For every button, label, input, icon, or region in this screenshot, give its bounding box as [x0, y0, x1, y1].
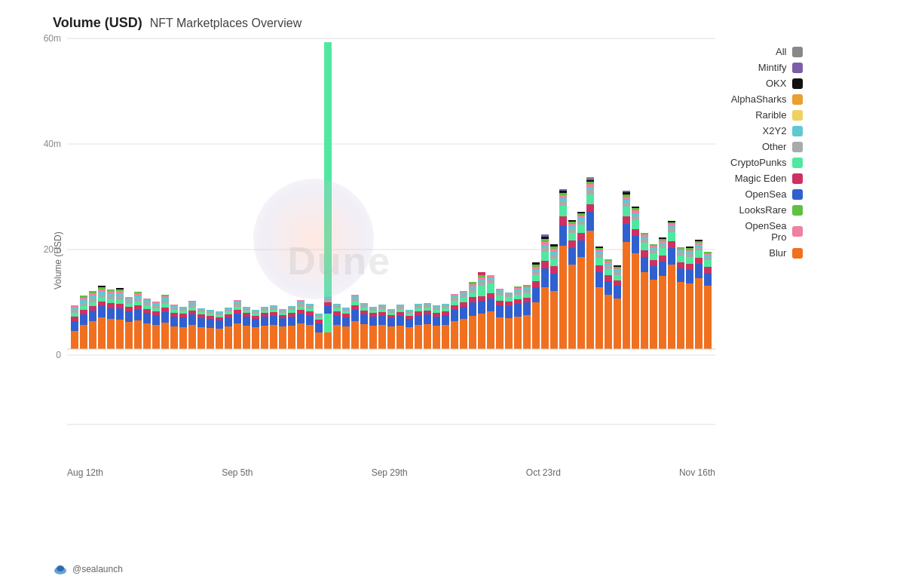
legend-label: All — [776, 46, 786, 57]
svg-rect-59 — [125, 311, 133, 322]
svg-rect-421 — [595, 287, 603, 349]
svg-rect-411 — [586, 212, 594, 231]
svg-rect-315 — [478, 277, 485, 280]
svg-rect-390 — [559, 191, 567, 193]
svg-rect-125 — [207, 311, 214, 314]
x-tick-sep5: Sep 5th — [222, 467, 253, 478]
svg-rect-56 — [116, 289, 124, 291]
svg-rect-57 — [116, 288, 124, 289]
svg-rect-98 — [170, 310, 178, 313]
legend-label: OKX — [766, 78, 786, 89]
svg-rect-435 — [605, 263, 612, 265]
legend-item-all: All — [730, 46, 803, 57]
svg-rect-181 — [288, 306, 295, 308]
svg-rect-162 — [261, 308, 268, 311]
svg-rect-30 — [89, 293, 96, 296]
svg-rect-307 — [469, 284, 476, 286]
svg-rect-289 — [451, 305, 458, 310]
svg-rect-55 — [116, 291, 124, 293]
svg-rect-165 — [270, 316, 277, 325]
svg-rect-139 — [234, 323, 241, 349]
svg-rect-158 — [261, 326, 268, 349]
svg-rect-104 — [179, 314, 187, 317]
svg-rect-40 — [98, 286, 106, 287]
svg-rect-45 — [107, 296, 115, 299]
legend-label: Other — [762, 141, 787, 152]
svg-rect-384 — [559, 216, 567, 225]
svg-rect-101 — [170, 305, 178, 306]
svg-rect-480 — [650, 246, 657, 248]
svg-rect-224 — [351, 299, 359, 302]
svg-rect-32 — [98, 317, 106, 349]
svg-rect-330 — [496, 290, 504, 292]
svg-rect-109 — [188, 314, 196, 325]
svg-rect-394 — [568, 240, 576, 248]
svg-rect-233 — [369, 326, 377, 349]
svg-rect-371 — [541, 237, 549, 239]
svg-rect-459 — [632, 229, 639, 236]
legend-label: OpenSea — [745, 188, 786, 200]
svg-rect-334 — [505, 302, 513, 306]
svg-rect-331 — [496, 289, 504, 290]
svg-rect-508 — [686, 283, 693, 349]
svg-rect-71 — [134, 293, 142, 296]
svg-rect-44 — [107, 299, 115, 303]
svg-rect-439 — [614, 286, 621, 299]
svg-rect-518 — [695, 264, 703, 278]
svg-rect-520 — [695, 250, 703, 258]
svg-rect-305 — [469, 289, 476, 292]
svg-rect-133 — [225, 326, 232, 349]
svg-rect-116 — [197, 318, 205, 327]
svg-rect-114 — [188, 301, 196, 302]
svg-rect-469 — [641, 243, 648, 250]
svg-rect-126 — [207, 310, 214, 311]
svg-rect-249 — [387, 311, 395, 313]
svg-rect-269 — [424, 324, 431, 349]
svg-rect-454 — [623, 194, 630, 197]
svg-rect-460 — [632, 220, 639, 229]
svg-rect-120 — [197, 308, 205, 310]
svg-rect-236 — [369, 311, 377, 313]
svg-rect-399 — [568, 222, 576, 224]
svg-rect-103 — [179, 317, 187, 327]
svg-point-536 — [57, 565, 64, 571]
svg-rect-198 — [315, 317, 323, 320]
svg-rect-400 — [568, 220, 576, 222]
svg-rect-333 — [505, 306, 513, 318]
svg-rect-147 — [243, 317, 250, 326]
svg-rect-78 — [143, 300, 151, 302]
y-axis-label: Volume (USD) — [53, 38, 63, 483]
svg-rect-156 — [252, 311, 259, 314]
svg-rect-309 — [478, 314, 485, 349]
svg-rect-81 — [152, 315, 160, 325]
svg-rect-496 — [668, 226, 675, 228]
svg-rect-115 — [197, 327, 205, 349]
svg-rect-49 — [116, 320, 124, 349]
svg-rect-99 — [170, 308, 178, 310]
svg-rect-202 — [324, 314, 332, 332]
svg-rect-444 — [614, 268, 621, 270]
svg-rect-491 — [668, 265, 675, 349]
legend-item-opensea-pro: OpenSea Pro — [730, 220, 803, 243]
svg-rect-326 — [496, 305, 504, 317]
x-axis: Aug 12th Sep 5th Sep 29th Oct 23rd Nov 1… — [67, 467, 715, 478]
svg-rect-282 — [442, 315, 449, 325]
svg-rect-463 — [632, 210, 639, 213]
svg-rect-339 — [514, 304, 522, 317]
svg-rect-280 — [433, 305, 440, 307]
svg-rect-168 — [270, 307, 277, 310]
svg-rect-347 — [523, 302, 531, 315]
svg-rect-213 — [333, 304, 341, 305]
svg-rect-328 — [496, 296, 504, 301]
svg-rect-323 — [487, 277, 494, 280]
svg-rect-94 — [161, 295, 169, 296]
svg-rect-407 — [577, 216, 585, 218]
svg-rect-418 — [586, 180, 594, 182]
svg-rect-366 — [541, 252, 549, 261]
svg-rect-406 — [577, 218, 585, 221]
legend-color-dot — [792, 47, 803, 57]
x-tick-nov16: Nov 16th — [679, 467, 715, 478]
svg-rect-278 — [433, 310, 440, 313]
svg-rect-231 — [360, 305, 368, 308]
svg-rect-350 — [523, 290, 531, 293]
